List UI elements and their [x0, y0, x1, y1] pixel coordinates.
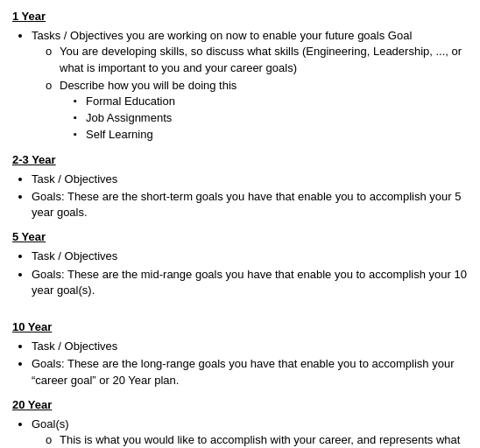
list-item: Goals: These are the mid-range goals you…	[32, 267, 468, 298]
list-item: Formal Education	[74, 94, 468, 109]
list-item: Task / Objectives	[32, 248, 468, 264]
list-item: Describe how you will be doing thisForma…	[46, 78, 468, 144]
list-item: Self Learning	[74, 127, 468, 143]
list-item: Task / Objectives	[32, 172, 468, 187]
section-twenty-year: 20 YearGoal(s)This is what you would lik…	[12, 397, 468, 448]
list-item: This is what you would like to accomplis…	[46, 432, 468, 448]
section-title-one-year: 1 Year	[12, 9, 46, 24]
section-ten-year: 10 YearTask / ObjectivesGoals: These are…	[12, 319, 468, 388]
list-item: Task / Objectives	[32, 339, 468, 354]
section-title-two-three-year: 2-3 Year	[12, 152, 56, 168]
list-item: Goals: These are the short-term goals yo…	[32, 189, 468, 220]
main-content: 1 YearTasks / Objectives you are working…	[12, 9, 468, 448]
list-item: Goal(s)This is what you would like to ac…	[32, 416, 468, 448]
list-item: Goals: These are the long-range goals yo…	[32, 356, 468, 388]
section-two-three-year: 2-3 YearTask / ObjectivesGoals: These ar…	[12, 152, 468, 221]
section-title-five-year: 5 Year	[12, 229, 46, 245]
section-five-year: 5 YearTask / ObjectivesGoals: These are …	[12, 229, 468, 298]
section-title-ten-year: 10 Year	[12, 319, 52, 335]
section-title-twenty-year: 20 Year	[12, 397, 52, 413]
list-item: You are developing skills, so discuss wh…	[46, 44, 468, 75]
list-item: Job Assignments	[74, 110, 468, 126]
list-item: Tasks / Objectives you are working on no…	[32, 28, 468, 143]
section-one-year: 1 YearTasks / Objectives you are working…	[12, 9, 468, 144]
